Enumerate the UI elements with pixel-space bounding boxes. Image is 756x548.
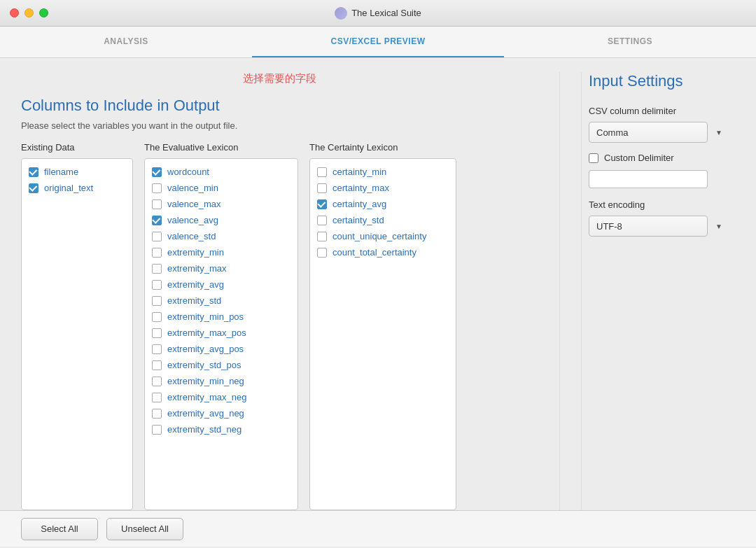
csv-delimiter-wrapper: CommaSemicolonTabPipe ▼ [589, 122, 735, 143]
checkbox-item-valence_min[interactable]: valence_min [149, 181, 293, 195]
checkbox-item-extremity_max[interactable]: extremity_max [149, 261, 293, 276]
checkbox-label-extremity_std: extremity_std [167, 295, 221, 306]
checkbox-item-extremity_std_pos[interactable]: extremity_std_pos [149, 358, 293, 372]
certainty-lexicon-list: certainty_min certainty_max certainty_av… [309, 158, 456, 510]
text-encoding-wrapper: UTF-8UTF-16ISO-8859-1ASCII ▼ [589, 216, 735, 237]
checkbox-box-certainty_max [317, 183, 327, 193]
checkbox-box-count_unique_certainty [317, 232, 327, 241]
maximize-button[interactable] [39, 8, 48, 17]
checkbox-box-extremity_max [152, 264, 162, 274]
checkbox-box-extremity_min [152, 248, 162, 258]
columns-panel: 选择需要的字段 Columns to Include in Output Ple… [21, 72, 538, 510]
custom-delimiter-input[interactable] [589, 170, 708, 188]
settings-panel: Input Settings CSV column delimiter Comm… [581, 72, 735, 510]
checkbox-box-extremity_std_neg [152, 425, 162, 435]
bottom-bar: Select All Unselect All [0, 510, 756, 547]
checkbox-label-extremity_min_pos: extremity_min_pos [167, 311, 244, 322]
checkbox-item-wordcount[interactable]: wordcount [149, 164, 293, 179]
checkbox-item-count_unique_certainty[interactable]: count_unique_certainty [314, 229, 451, 244]
checkbox-item-filename[interactable]: filename [26, 164, 128, 179]
checkbox-label-extremity_min_neg: extremity_min_neg [167, 376, 244, 386]
checkbox-label-count_total_certainty: count_total_certainty [332, 247, 416, 258]
csv-delimiter-select[interactable]: CommaSemicolonTabPipe [589, 122, 708, 143]
custom-delimiter-checkbox[interactable] [589, 153, 598, 163]
traffic-lights [10, 8, 48, 17]
unselect-all-button[interactable]: Unselect All [106, 518, 183, 540]
checkbox-box-filename [29, 167, 38, 177]
checkbox-box-valence_std [152, 232, 162, 241]
checkbox-item-certainty_min[interactable]: certainty_min [314, 164, 451, 179]
checkbox-box-certainty_std [317, 216, 327, 225]
checkbox-box-extremity_std_pos [152, 360, 162, 370]
checkbox-item-extremity_avg[interactable]: extremity_avg [149, 277, 293, 292]
section-title: Columns to Include in Output [21, 97, 538, 115]
app-title: The Lexical Suite [335, 7, 421, 20]
custom-delimiter-row: Custom Delimiter [589, 153, 735, 163]
checkbox-item-extremity_avg_neg[interactable]: extremity_avg_neg [149, 406, 293, 421]
checkbox-item-extremity_std[interactable]: extremity_std [149, 293, 293, 308]
main-content: 选择需要的字段 Columns to Include in Output Ple… [0, 58, 756, 510]
tab-bar: ANALYSIS CSV/EXCEL PREVIEW SETTINGS [0, 27, 756, 58]
checkbox-label-certainty_min: certainty_min [332, 167, 386, 177]
checkbox-box-extremity_avg [152, 280, 162, 290]
checkbox-box-extremity_min_neg [152, 377, 162, 386]
checkbox-item-extremity_min_neg[interactable]: extremity_min_neg [149, 374, 293, 388]
csv-delimiter-label: CSV column delimiter [589, 106, 735, 116]
checkbox-label-count_unique_certainty: count_unique_certainty [332, 231, 426, 241]
checkbox-item-count_total_certainty[interactable]: count_total_certainty [314, 245, 451, 260]
checkbox-box-valence_min [152, 183, 162, 193]
checkbox-item-extremity_avg_pos[interactable]: extremity_avg_pos [149, 342, 293, 356]
checkbox-label-valence_max: valence_max [167, 199, 221, 209]
checkbox-label-extremity_max_neg: extremity_max_neg [167, 392, 246, 402]
checkbox-label-certainty_avg: certainty_avg [332, 199, 386, 209]
checkbox-label-extremity_avg: extremity_avg [167, 279, 224, 290]
checkbox-box-extremity_min_pos [152, 312, 162, 322]
checkbox-item-extremity_min[interactable]: extremity_min [149, 245, 293, 260]
custom-delimiter-label: Custom Delimiter [604, 153, 674, 163]
checkbox-item-valence_max[interactable]: valence_max [149, 197, 293, 211]
minimize-button[interactable] [24, 8, 34, 17]
checkbox-box-certainty_min [317, 167, 327, 177]
checkbox-item-extremity_max_neg[interactable]: extremity_max_neg [149, 390, 293, 405]
close-button[interactable] [10, 8, 19, 17]
checkbox-item-certainty_std[interactable]: certainty_std [314, 213, 451, 227]
columns-container: Existing Data filename original_text The… [21, 142, 538, 510]
existing-data-section: Existing Data filename original_text [21, 142, 133, 510]
checkbox-label-valence_avg: valence_avg [167, 215, 218, 225]
checkbox-item-valence_std[interactable]: valence_std [149, 229, 293, 244]
checkbox-label-filename: filename [44, 167, 78, 177]
checkbox-item-certainty_avg[interactable]: certainty_avg [314, 197, 451, 211]
checkbox-item-valence_avg[interactable]: valence_avg [149, 213, 293, 227]
checkbox-item-extremity_std_neg[interactable]: extremity_std_neg [149, 422, 293, 437]
checkbox-box-extremity_std [152, 296, 162, 306]
checkbox-label-extremity_std_pos: extremity_std_pos [167, 360, 241, 370]
checkbox-box-valence_max [152, 199, 162, 209]
checkbox-label-extremity_min: extremity_min [167, 247, 224, 258]
checkbox-item-original_text[interactable]: original_text [26, 181, 128, 195]
text-encoding-select[interactable]: UTF-8UTF-16ISO-8859-1ASCII [589, 216, 708, 237]
checkbox-item-certainty_max[interactable]: certainty_max [314, 181, 451, 195]
tab-csv-excel-preview[interactable]: CSV/EXCEL PREVIEW [252, 27, 504, 57]
checkbox-box-wordcount [152, 167, 162, 177]
checkbox-label-wordcount: wordcount [167, 167, 209, 177]
certainty-lexicon-section: The Certainty Lexicon certainty_min cert… [309, 142, 456, 510]
evaluative-lexicon-header: The Evaluative Lexicon [144, 142, 298, 153]
certainty-lexicon-header: The Certainty Lexicon [309, 142, 456, 153]
checkbox-item-extremity_min_pos[interactable]: extremity_min_pos [149, 309, 293, 324]
chevron-down-icon: ▼ [715, 129, 722, 136]
checkbox-label-valence_std: valence_std [167, 231, 216, 241]
tab-settings[interactable]: SETTINGS [504, 27, 756, 57]
checkbox-label-certainty_max: certainty_max [332, 183, 389, 193]
checkbox-box-extremity_avg_neg [152, 409, 162, 419]
titlebar: The Lexical Suite [0, 0, 756, 27]
checkbox-label-extremity_max: extremity_max [167, 263, 227, 274]
checkbox-label-valence_min: valence_min [167, 183, 218, 193]
checkbox-item-extremity_max_pos[interactable]: extremity_max_pos [149, 325, 293, 340]
checkbox-label-extremity_max_pos: extremity_max_pos [167, 328, 246, 338]
checkbox-label-certainty_std: certainty_std [332, 215, 384, 225]
app-icon [335, 7, 347, 20]
select-all-button[interactable]: Select All [21, 518, 98, 540]
checkbox-label-original_text: original_text [44, 183, 93, 193]
tab-analysis[interactable]: ANALYSIS [0, 27, 252, 57]
subtitle-chinese: 选择需要的字段 [21, 72, 538, 85]
